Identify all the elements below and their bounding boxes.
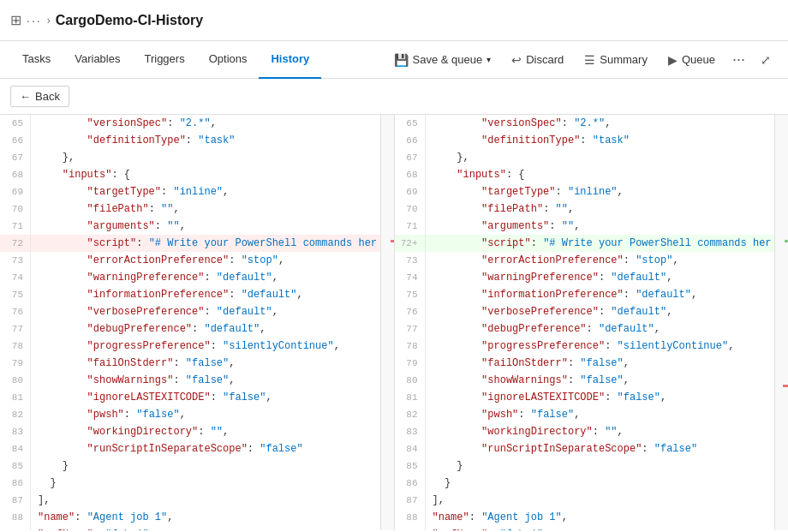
expand-icon[interactable]: ⤢ — [754, 50, 778, 70]
line-content: "targetType": "inline", — [433, 183, 775, 200]
table-row: 83 "workingDirectory": "", — [0, 423, 380, 440]
tab-history[interactable]: History — [259, 41, 321, 79]
line-number: 79 — [395, 355, 426, 372]
queue-button[interactable]: ▶ Queue — [660, 50, 724, 70]
line-content: "name": "Agent job 1", — [433, 509, 775, 526]
line-content: "progressPreference": "silentlyContinue"… — [38, 338, 380, 355]
line-content: }, — [38, 149, 380, 166]
table-row: 81 "ignoreLASTEXITCODE": "false", — [0, 389, 380, 406]
line-content: } — [38, 475, 380, 492]
table-row: 79 "failOnStderr": "false", — [395, 355, 775, 372]
line-number: 66 — [395, 132, 426, 149]
summary-button[interactable]: ☰ Summary — [576, 50, 656, 70]
line-number: 65 — [0, 115, 31, 132]
line-content: "pwsh": "false", — [38, 406, 380, 423]
line-content: "script": "# Write your PowerShell comma… — [433, 235, 775, 252]
tab-variables[interactable]: Variables — [63, 41, 132, 79]
line-number: 83 — [0, 423, 31, 440]
line-number: 80 — [395, 372, 426, 389]
line-content: } — [433, 475, 775, 492]
save-queue-chevron-icon: ▾ — [487, 55, 491, 64]
line-content: "targetType": "inline", — [38, 183, 380, 200]
line-content: "filePath": "", — [433, 200, 775, 218]
table-row: 86 } — [0, 475, 380, 492]
breadcrumb-dots[interactable]: ··· — [27, 14, 42, 27]
line-content: "runScriptInSeparateScope": "false" — [38, 440, 380, 457]
table-row: 80 "showWarnings": "false", — [395, 372, 775, 389]
table-row: 77 "debugPreference": "default", — [0, 320, 380, 338]
more-button[interactable]: ··· — [727, 47, 750, 72]
app-icon: ⊞ — [10, 12, 21, 28]
line-content: "versionSpec": "2.*", — [38, 115, 380, 132]
table-row: 74 "warningPreference": "default", — [0, 269, 380, 286]
table-row: 66 "definitionType": "task" — [0, 132, 380, 149]
line-number: 72 — [0, 235, 31, 252]
line-content: "refName": "Job_1", — [38, 526, 380, 530]
line-content: "debugPreference": "default", — [38, 320, 380, 338]
line-content: "ignoreLASTEXITCODE": "false", — [38, 389, 380, 406]
line-number: 79 — [0, 355, 31, 372]
queue-label: Queue — [682, 53, 715, 66]
line-number: 70 — [395, 200, 426, 218]
line-content: "inputs": { — [38, 166, 380, 183]
line-content: "failOnStderr": "false", — [433, 355, 775, 372]
line-content: "definitionType": "task" — [433, 132, 775, 149]
line-number: 87 — [395, 492, 426, 509]
line-number: 82 — [395, 406, 426, 423]
line-content: "runScriptInSeparateScope": "false" — [433, 440, 775, 457]
line-content: "errorActionPreference": "stop", — [433, 252, 775, 269]
line-number: 83 — [395, 423, 426, 440]
undo-icon: ↩ — [511, 53, 522, 67]
line-content: "debugPreference": "default", — [433, 320, 775, 338]
save-icon: 💾 — [394, 53, 409, 67]
left-code[interactable]: 65 "versionSpec": "2.*",66 "definitionTy… — [0, 115, 380, 530]
line-number: 75 — [0, 286, 31, 303]
table-row: 86 } — [395, 475, 775, 492]
line-number: 77 — [395, 320, 426, 338]
table-row: 85 } — [395, 457, 775, 475]
line-number: 84 — [395, 440, 426, 457]
table-row: 78 "progressPreference": "silentlyContin… — [0, 338, 380, 355]
table-row: 68 "inputs": { — [0, 166, 380, 183]
line-number: 69 — [0, 183, 31, 200]
line-number: 71 — [0, 218, 31, 235]
right-code[interactable]: 65 "versionSpec": "2.*",66 "definitionTy… — [395, 115, 775, 530]
line-number: 65 — [395, 115, 426, 132]
back-label: Back — [35, 90, 60, 103]
line-number: 85 — [0, 457, 31, 475]
table-row: 69 "targetType": "inline", — [395, 183, 775, 200]
tab-options[interactable]: Options — [197, 41, 260, 79]
table-row: 71 "arguments": "", — [395, 218, 775, 235]
line-number: 89 — [0, 526, 31, 530]
tab-triggers[interactable]: Triggers — [132, 41, 196, 79]
nav-tabs: Tasks Variables Triggers Options History… — [0, 41, 788, 79]
table-row: 66 "definitionType": "task" — [395, 132, 775, 149]
discard-button[interactable]: ↩ Discard — [503, 50, 572, 70]
table-row: 71 "arguments": "", — [0, 218, 380, 235]
save-queue-button[interactable]: 💾 Save & queue ▾ — [385, 50, 500, 70]
line-content: "verbosePreference": "default", — [38, 303, 380, 320]
line-number: 82 — [0, 406, 31, 423]
line-content: "errorActionPreference": "stop", — [38, 252, 380, 269]
table-row: 82 "pwsh": "false", — [0, 406, 380, 423]
save-queue-label: Save & queue — [413, 53, 483, 66]
back-arrow-icon: ← — [20, 90, 31, 103]
line-number: 68 — [0, 166, 31, 183]
nav-actions: 💾 Save & queue ▾ ↩ Discard ☰ Summary ▶ Q… — [385, 47, 778, 72]
left-pane: 65 "versionSpec": "2.*",66 "definitionTy… — [0, 115, 395, 530]
line-number: 88 — [0, 509, 31, 526]
line-content: "showWarnings": "false", — [433, 372, 775, 389]
table-row: 83 "workingDirectory": "", — [395, 423, 775, 440]
tab-tasks[interactable]: Tasks — [10, 41, 63, 79]
line-content: "arguments": "", — [38, 218, 380, 235]
line-content: ], — [433, 492, 775, 509]
line-content: "showWarnings": "false", — [38, 372, 380, 389]
back-button[interactable]: ← Back — [10, 86, 69, 107]
table-row: 77 "debugPreference": "default", — [395, 320, 775, 338]
line-number: 73 — [395, 252, 426, 269]
line-content: "workingDirectory": "", — [38, 423, 380, 440]
table-row: 76 "verbosePreference": "default", — [0, 303, 380, 320]
table-row: 81 "ignoreLASTEXITCODE": "false", — [395, 389, 775, 406]
line-number: 74 — [395, 269, 426, 286]
line-number: 67 — [395, 149, 426, 166]
